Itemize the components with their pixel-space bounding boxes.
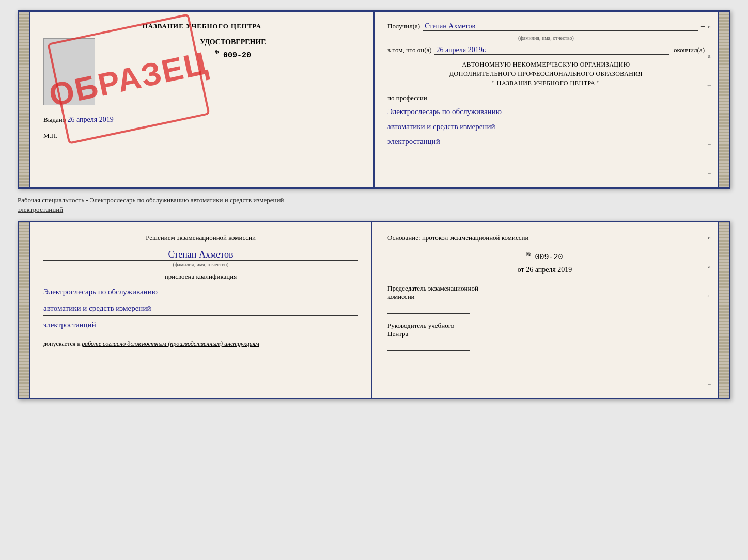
- middle-text-line2: электростанций: [18, 205, 63, 213]
- finished-label: окончил(а): [674, 46, 705, 54]
- cert-photo-area: [43, 38, 95, 105]
- middle-text-block: Рабочая специальность - Электрослесарь п…: [18, 193, 730, 217]
- bottom-right-page: Основание: протокол экзаменационной коми…: [372, 222, 718, 398]
- cert-number: № 009-20: [105, 49, 361, 60]
- top-booklet: НАЗВАНИЕ УЧЕБНОГО ЦЕНТРА УДОСТОВЕРЕНИЕ №…: [18, 10, 730, 189]
- profession-line1: Электрослесарь по обслуживанию: [387, 105, 705, 118]
- chairman-signature-line: [387, 303, 470, 314]
- org-line2: ДОПОЛНИТЕЛЬНОГО ПРОФЕССИОНАЛЬНОГО ОБРАЗО…: [387, 69, 705, 78]
- bottom-name: Степан Ахметов: [43, 249, 358, 261]
- in-that-label: в том, что он(а): [387, 46, 432, 54]
- profession-line2: автоматики и средств измерений: [387, 120, 705, 133]
- protocol-date: от 26 апреля 2019: [387, 266, 702, 274]
- bottom-booklet-spine-right: [718, 222, 729, 398]
- head-signature-line: [387, 341, 470, 351]
- bottom-right-side-deco: и а ← – – –: [705, 222, 713, 398]
- bottom-booklet-spine-left: [19, 222, 30, 398]
- bottom-left-page: Решением экзаменационной комиссии Степан…: [30, 222, 372, 398]
- cert-school-title: НАЗВАНИЕ УЧЕБНОГО ЦЕНТРА: [43, 22, 361, 30]
- chairman-block: Председатель экзаменационной комиссии: [387, 284, 702, 314]
- finished-date-value: 26 апреля 2019г.: [434, 46, 669, 55]
- top-booklet-right-page: Получил(а) Степан Ахметов – (фамилия, им…: [375, 12, 718, 187]
- bottom-booklet: Решением экзаменационной комиссии Степан…: [18, 221, 730, 399]
- cert-number-prefix: №: [215, 49, 219, 56]
- bottom-assigned-label: присвоена квалификация: [43, 273, 358, 281]
- top-booklet-spine-left: [19, 12, 30, 187]
- top-booklet-spine-right: [718, 12, 729, 187]
- bottom-allowed-prefix: допускается к: [43, 340, 80, 347]
- protocol-number-value: 009-20: [535, 253, 563, 262]
- bottom-allowed-value: работе согласно должностным (производств…: [82, 340, 259, 347]
- bottom-name-label: (фамилия, имя, отчество): [43, 262, 358, 267]
- cert-body: УДОСТОВЕРЕНИЕ № 009-20 Выдано 26 апреля …: [43, 38, 361, 140]
- received-line: Получил(а) Степан Ахметов –: [387, 22, 705, 31]
- cert-issued-date: 26 апреля 2019: [68, 116, 114, 123]
- chairman-label-line1: Председатель экзаменационной: [387, 284, 702, 293]
- protocol-prefix: №: [526, 251, 530, 258]
- bottom-allowed: допускается к работе согласно должностны…: [43, 340, 358, 348]
- bottom-section-title: Решением экзаменационной комиссии: [43, 233, 358, 243]
- chairman-label-line2: комиссии: [387, 293, 702, 301]
- date-value: 26 апреля 2019: [526, 266, 572, 274]
- in-that-line: в том, что он(а) 26 апреля 2019г. окончи…: [387, 46, 705, 55]
- bottom-qualification-line3: электростанций: [43, 318, 358, 332]
- section-title-line1: Решением экзаменационной комиссии: [146, 234, 256, 242]
- top-booklet-left-page: НАЗВАНИЕ УЧЕБНОГО ЦЕНТРА УДОСТОВЕРЕНИЕ №…: [30, 12, 375, 187]
- top-right-side-deco: и а ← – – –: [705, 12, 713, 187]
- protocol-number: № 009-20: [387, 251, 702, 262]
- document-container: НАЗВАНИЕ УЧЕБНОГО ЦЕНТРА УДОСТОВЕРЕНИЕ №…: [18, 10, 730, 399]
- profession-label: по профессии: [387, 94, 705, 102]
- org-line3: " НАЗВАНИЕ УЧЕБНОГО ЦЕНТРА ": [387, 78, 705, 88]
- date-prefix: от: [518, 266, 524, 274]
- cert-issued-label: Выдано: [43, 116, 66, 123]
- cert-number-value: 009-20: [223, 51, 251, 60]
- cert-issued: Выдано 26 апреля 2019: [43, 116, 361, 124]
- head-label-line2: Центра: [387, 330, 702, 338]
- middle-text-line1: Рабочая специальность - Электрослесарь п…: [18, 196, 284, 204]
- received-label: Получил(а): [387, 22, 420, 30]
- org-line1: АВТОНОМНУЮ НЕКОММЕРЧЕСКУЮ ОРГАНИЗАЦИЮ: [387, 60, 705, 69]
- dash1: –: [701, 22, 705, 30]
- head-label-line1: Руководитель учебного: [387, 322, 702, 330]
- received-name-value: Степан Ахметов: [423, 22, 698, 31]
- cert-mp: М.П.: [43, 132, 361, 140]
- head-block: Руководитель учебного Центра: [387, 322, 702, 351]
- org-block: АВТОНОМНУЮ НЕКОММЕРЧЕСКУЮ ОРГАНИЗАЦИЮ ДО…: [387, 60, 705, 88]
- bottom-qualification-line2: автоматики и средств измерений: [43, 301, 358, 316]
- name-sublabel-top: (фамилия, имя, отчество): [387, 35, 705, 41]
- profession-line3: электростанций: [387, 135, 705, 148]
- cert-doc-title: УДОСТОВЕРЕНИЕ: [105, 38, 361, 46]
- bottom-qualification-line1: Электрослесарь по обслуживанию: [43, 285, 358, 299]
- basis-title: Основание: протокол экзаменационной коми…: [387, 233, 702, 243]
